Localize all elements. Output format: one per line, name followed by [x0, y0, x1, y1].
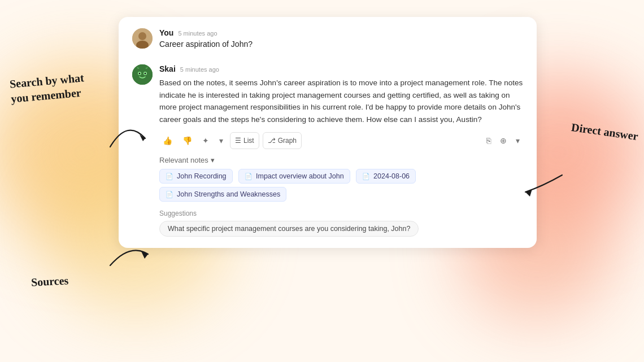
note-file-icon-2: 📄	[362, 173, 370, 180]
annotation-direct: Direct answer	[571, 120, 639, 143]
user-block: You 5 minutes ago Career aspiration of J…	[119, 17, 537, 55]
user-message: Career aspiration of John?	[159, 40, 523, 49]
relevant-notes-chevron: ▾	[211, 156, 215, 164]
suggestions-label: Suggestions	[159, 210, 523, 217]
action-right: ⎘ ⊕ ▾	[483, 133, 523, 148]
note-item-label-0: John Recording	[177, 172, 227, 180]
relevant-notes-label: Relevant notes	[159, 156, 208, 164]
note-item-3[interactable]: 📄 John Strengths and Weaknesses	[159, 187, 286, 202]
relevant-notes-header[interactable]: Relevant notes ▾	[159, 156, 523, 164]
svg-marker-1	[141, 251, 148, 259]
note-item-label-1: Impact overview about John	[256, 172, 344, 180]
skai-header: Skai 5 minutes ago	[159, 64, 523, 73]
graph-view-button[interactable]: ⎇ Graph	[263, 132, 302, 149]
more-actions-button[interactable]: ▾	[216, 133, 227, 148]
add-button[interactable]: ⊕	[497, 133, 510, 148]
skai-block: Skai 5 minutes ago Based on the notes, i…	[119, 55, 537, 125]
list-icon: ☰	[235, 137, 241, 145]
relevant-notes-section: Relevant notes ▾ 📄 John Recording 📄 Impa…	[159, 156, 523, 205]
annotation-sources: Sources	[31, 273, 69, 289]
note-item-label-2: 2024-08-06	[373, 172, 410, 180]
svg-point-4	[138, 32, 146, 40]
chat-card: You 5 minutes ago Career aspiration of J…	[119, 17, 537, 248]
note-file-icon-1: 📄	[245, 173, 253, 180]
action-bar: 👍 👎 ✦ ▾ ☰ List ⎇ Graph ⎘ ⊕ ▾	[146, 125, 537, 149]
user-avatar	[132, 28, 153, 49]
user-content: You 5 minutes ago Career aspiration of J…	[159, 28, 523, 49]
thumbs-up-button[interactable]: 👍	[159, 133, 176, 148]
note-file-icon-0: 📄	[166, 173, 173, 180]
skai-message: Based on the notes, it seems John's care…	[159, 77, 523, 125]
note-item-0[interactable]: 📄 John Recording	[159, 169, 233, 184]
suggestion-item-0[interactable]: What specific project management courses…	[159, 221, 419, 237]
svg-point-6	[132, 64, 153, 85]
graph-icon: ⎇	[268, 137, 276, 145]
suggestions-section: Suggestions What specific project manage…	[159, 210, 523, 237]
thumbs-down-button[interactable]: 👎	[179, 133, 195, 148]
user-timestamp: 5 minutes ago	[178, 30, 217, 37]
annotation-search: Search by what you remember	[9, 70, 86, 106]
note-item-label-3: John Strengths and Weaknesses	[177, 190, 280, 198]
graph-label: Graph	[278, 137, 297, 145]
svg-point-9	[139, 73, 141, 75]
skai-content: Skai 5 minutes ago Based on the notes, i…	[159, 64, 523, 125]
note-items-container: 📄 John Recording 📄 Impact overview about…	[159, 169, 523, 205]
expand-button[interactable]: ▾	[512, 133, 523, 148]
skai-avatar	[132, 64, 153, 85]
list-label: List	[243, 137, 254, 145]
username: You	[159, 28, 173, 37]
note-item-1[interactable]: 📄 Impact overview about John	[238, 169, 350, 184]
note-file-icon-3: 📄	[166, 191, 173, 198]
skai-timestamp: 5 minutes ago	[180, 66, 219, 73]
suggestion-text-0: What specific project management courses…	[168, 225, 410, 233]
magic-button[interactable]: ✦	[199, 133, 212, 148]
copy-button[interactable]: ⎘	[483, 133, 494, 148]
svg-point-10	[145, 73, 146, 75]
note-item-2[interactable]: 📄 2024-08-06	[356, 169, 416, 184]
skai-name: Skai	[159, 64, 176, 73]
user-header: You 5 minutes ago	[159, 28, 523, 37]
list-view-button[interactable]: ☰ List	[230, 132, 259, 149]
